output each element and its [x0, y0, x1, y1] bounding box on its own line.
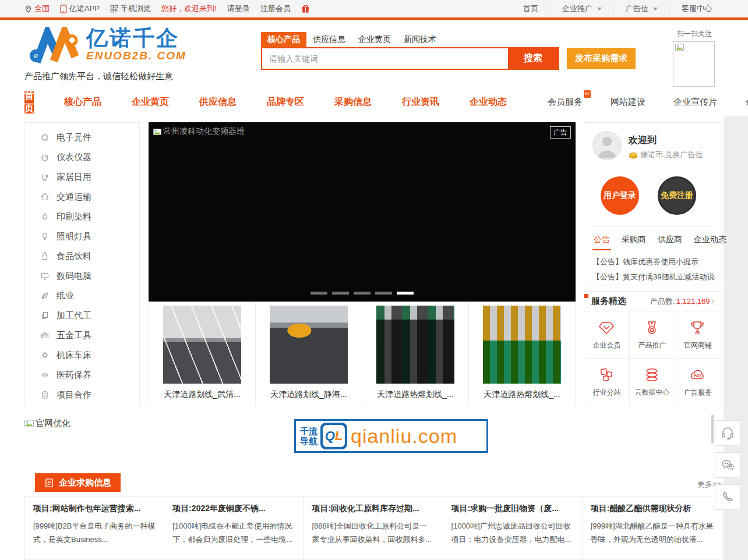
inquiry-item[interactable]: 项目:求购一批废旧物资（废... [1000吨]广州志诚废品回收公司回收项目：电…: [443, 497, 583, 559]
coin-exchange-link[interactable]: 赚诺币,兑换广告位: [629, 150, 703, 160]
phone-button[interactable]: [715, 484, 740, 510]
inquiry-item[interactable]: 项目:回收化工原料库存过期... [888吨]全国回收化工原料公司是一家专业从事…: [304, 497, 443, 559]
user-login-button[interactable]: 用户登录: [601, 176, 639, 215]
nav-item-purchase-info[interactable]: 采购信息: [334, 96, 372, 108]
announcement-item[interactable]: 【公告】翼支付满39随机立减活动说明: [592, 272, 715, 282]
gift-icon[interactable]: [301, 5, 310, 13]
welcome-text: 欢迎到: [629, 134, 657, 147]
topbar-adslots-menu[interactable]: 广告位: [613, 3, 669, 14]
search-input[interactable]: [262, 48, 508, 69]
tab-buyers[interactable]: 采购商: [620, 232, 647, 250]
broken-image-icon: [153, 129, 161, 135]
site-tagline: 产品推广领先平台，诚信轻松做好生意: [24, 71, 173, 82]
topbar-promotion-menu[interactable]: 企业推广: [550, 3, 613, 14]
sidebar-item-printing-dye[interactable]: 印刷染料: [25, 207, 139, 226]
service-cloud-data-center[interactable]: 云数据中心: [630, 359, 675, 406]
service-industry-substation[interactable]: 行业分站: [584, 359, 630, 406]
sidebar-item-machine-tools[interactable]: 机床车床: [25, 345, 139, 365]
home-icon: [40, 192, 50, 201]
sidebar-item-processing-oem[interactable]: 加工代工: [25, 306, 139, 325]
ad-label: 广告: [550, 126, 571, 139]
service-enterprise-member[interactable]: 企业会员: [584, 311, 630, 359]
publish-demand-button[interactable]: 发布采购需求: [567, 48, 636, 69]
chevron-down-icon: [597, 8, 602, 10]
product-card[interactable]: 天津道路热熔划线_...: [469, 302, 575, 406]
ad-banner-video[interactable]: 常州凌科动化变频器维 广告: [149, 122, 576, 302]
product-card[interactable]: 天津道路划线_静海...: [256, 302, 362, 406]
nav-item-company-news[interactable]: 企业动态: [470, 96, 507, 108]
sidebar-item-paper[interactable]: 纸业: [25, 286, 139, 306]
sidebar-item-food-beverage[interactable]: 食品饮料: [25, 246, 139, 266]
qianliu-banner[interactable]: 千流 导航 QL qianliu.com: [294, 419, 488, 453]
gear-icon: [40, 350, 50, 360]
free-register-button[interactable]: 免费注册: [658, 176, 696, 215]
sidebar-item-lighting[interactable]: 照明灯具: [25, 226, 139, 246]
carousel-dot[interactable]: [375, 292, 392, 295]
sidebar-item-digital-computer[interactable]: 数码电脑: [25, 266, 139, 286]
carousel-dot[interactable]: [354, 292, 371, 295]
chip-icon: [40, 133, 50, 142]
nav-item-member-service[interactable]: 会员服务 H: [548, 97, 583, 108]
search-tab-core-products[interactable]: 核心产品: [261, 32, 306, 47]
nav-item-home[interactable]: 首页: [24, 91, 34, 114]
nav-item-website-building[interactable]: 网站建设: [611, 97, 645, 108]
topbar-home-link[interactable]: 首页: [511, 3, 550, 14]
search-tab-yellow-pages[interactable]: 企业黄页: [352, 32, 397, 47]
app-link[interactable]: 亿诺APP: [60, 3, 100, 14]
inquiry-item[interactable]: 项目:2022年废铜废不锈... [1000吨]电缆在不能正常使用的情况下，都会…: [164, 497, 304, 559]
carousel-dot[interactable]: [332, 292, 349, 295]
sidebar-item-transport[interactable]: 交通运输: [25, 187, 139, 207]
product-count: 产品数: 1,121,169 ↑: [650, 296, 715, 307]
register-link[interactable]: 注册会员: [260, 3, 291, 14]
search-tab-supply-info[interactable]: 供应信息: [306, 32, 352, 47]
customer-service-button[interactable]: [715, 420, 740, 446]
search-tab-news-tech[interactable]: 新闻技术: [397, 32, 443, 47]
topbar-service-link[interactable]: 客服中心: [669, 3, 724, 14]
search-button[interactable]: 搜索: [508, 48, 558, 69]
float-contact-bar: [715, 420, 740, 516]
carousel-dot[interactable]: [311, 292, 327, 295]
sidebar-item-electronics[interactable]: 电子元件: [25, 127, 139, 147]
region-selector[interactable]: 全国: [24, 3, 50, 14]
tab-announcements[interactable]: 公告: [592, 232, 611, 250]
site-logo-icon[interactable]: e: [29, 27, 83, 68]
site-domain: ENUOB2B. COM: [86, 50, 186, 62]
nav-item-yellow-pages[interactable]: 企业黄页: [132, 96, 169, 108]
nav-item-corporate-video[interactable]: 企业宣传片: [673, 97, 717, 108]
chevron-down-icon: [653, 8, 658, 10]
sidebar-item-project-cooperation[interactable]: 项目合作: [25, 385, 139, 405]
nav-item-supply-info[interactable]: 供应信息: [199, 96, 237, 108]
announcement-item[interactable]: 【公告】钱库优惠券使用小提示: [592, 257, 715, 267]
carousel-dot-active[interactable]: [397, 292, 414, 295]
nav-item-core-products[interactable]: 核心产品: [64, 96, 101, 108]
sidebar-item-medicine-care[interactable]: 医药保养: [25, 365, 139, 385]
inquiry-item[interactable]: 项目:网站制作包年运营搜索... [999吨]B2B平台是电子商务的一种模式，是…: [25, 497, 164, 559]
product-card[interactable]: 天津道路划线_武清...: [149, 302, 256, 406]
login-link[interactable]: 请登录: [227, 3, 250, 14]
nav-item-brand-zone[interactable]: 品牌专区: [267, 96, 304, 108]
seo-ad-link[interactable]: 官网优化: [24, 418, 70, 429]
service-ad-service[interactable]: AD 广告服务: [675, 359, 721, 406]
float-bar-handle[interactable]: [711, 414, 714, 444]
nav-item-industry-news[interactable]: 行业资讯: [402, 96, 439, 108]
topbar: 全国 亿诺APP 手机浏览 您好，欢迎来到! 请登录 注册会员 首页: [0, 0, 748, 20]
mobile-browse-link[interactable]: 手机浏览: [110, 3, 151, 14]
wechat-button[interactable]: [715, 452, 740, 478]
sidebar-item-household[interactable]: 家居日用: [25, 167, 139, 187]
product-photo: [270, 306, 348, 384]
sidebar-item-instruments[interactable]: 仪表仪器: [25, 147, 139, 167]
mobile-label: 手机浏览: [121, 3, 151, 14]
service-official-shop[interactable]: 官网商铺: [675, 311, 721, 359]
toolbox-icon: [40, 331, 50, 340]
product-photo: [483, 306, 561, 384]
nav-item-corporate-album[interactable]: 企业画册 N: [745, 97, 748, 108]
sidebar-item-hardware-tools[interactable]: 五金工具: [25, 325, 139, 345]
service-product-promotion[interactable]: 产品推广: [630, 311, 675, 359]
site-logo-text[interactable]: 亿诺千企 ENUOB2B. COM: [86, 27, 186, 62]
product-card[interactable]: 天津道路热熔划线_...: [362, 302, 469, 406]
phone-app-icon: [60, 5, 67, 13]
tab-suppliers[interactable]: 供应商: [657, 232, 683, 250]
inquiry-title-button[interactable]: 企业求购信息: [35, 473, 121, 492]
inquiry-item[interactable]: 项目:醋酸乙酯供需现状分析 [999吨]湖北醋酸乙酯是一种具有水果香味，外观为无…: [583, 497, 722, 559]
tab-company-news[interactable]: 企业动态: [693, 232, 728, 250]
